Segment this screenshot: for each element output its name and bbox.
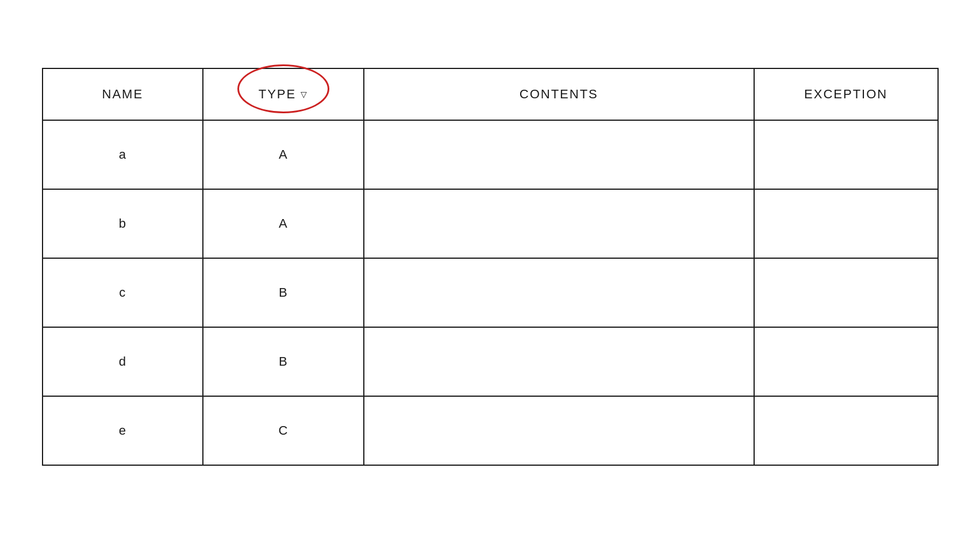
main-table-wrapper: NAME TYPE ▽ CONTENTS EXCEPTION aAbAcBdB <box>42 68 939 466</box>
cell-contents-1[interactable] <box>364 189 754 258</box>
cell-name-0[interactable]: a <box>43 120 203 189</box>
table-row: cB <box>43 258 938 327</box>
cell-contents-2[interactable] <box>364 258 754 327</box>
header-exception-label: EXCEPTION <box>804 87 887 101</box>
cell-type-1[interactable]: A <box>203 189 364 258</box>
table-row: bA <box>43 189 938 258</box>
table-row: aA <box>43 120 938 189</box>
cell-name-1[interactable]: b <box>43 189 203 258</box>
cell-name-2[interactable]: c <box>43 258 203 327</box>
header-contents-label: CONTENTS <box>520 87 598 101</box>
table-row: eC <box>43 396 938 465</box>
cell-name-3[interactable]: d <box>43 327 203 396</box>
header-exception[interactable]: EXCEPTION <box>754 68 938 120</box>
cell-contents-4[interactable] <box>364 396 754 465</box>
header-contents[interactable]: CONTENTS <box>364 68 754 120</box>
cell-type-2[interactable]: B <box>203 258 364 327</box>
cell-exception-2[interactable] <box>754 258 938 327</box>
cell-type-0[interactable]: A <box>203 120 364 189</box>
header-type-label: TYPE <box>259 87 296 102</box>
cell-exception-0[interactable] <box>754 120 938 189</box>
type-header-content: TYPE ▽ <box>203 87 363 102</box>
cell-exception-4[interactable] <box>754 396 938 465</box>
header-name-label: NAME <box>102 87 144 101</box>
cell-contents-0[interactable] <box>364 120 754 189</box>
cell-name-4[interactable]: e <box>43 396 203 465</box>
cell-exception-3[interactable] <box>754 327 938 396</box>
header-row: NAME TYPE ▽ CONTENTS EXCEPTION <box>43 68 938 120</box>
cell-contents-3[interactable] <box>364 327 754 396</box>
data-table: NAME TYPE ▽ CONTENTS EXCEPTION aAbAcBdB <box>42 68 939 466</box>
sort-icon: ▽ <box>301 90 308 99</box>
cell-type-3[interactable]: B <box>203 327 364 396</box>
table-row: dB <box>43 327 938 396</box>
cell-type-4[interactable]: C <box>203 396 364 465</box>
cell-exception-1[interactable] <box>754 189 938 258</box>
header-type[interactable]: TYPE ▽ <box>203 68 364 120</box>
header-name[interactable]: NAME <box>43 68 203 120</box>
